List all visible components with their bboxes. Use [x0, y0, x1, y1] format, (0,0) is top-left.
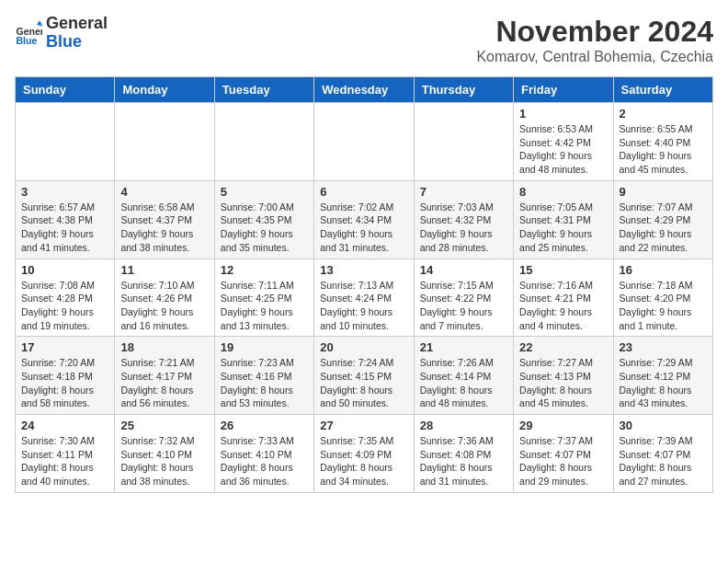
- calendar-cell: [414, 103, 513, 181]
- cell-info: Sunrise: 7:20 AM Sunset: 4:18 PM Dayligh…: [21, 356, 108, 410]
- day-number: 25: [120, 419, 208, 432]
- day-number: 15: [519, 263, 607, 277]
- day-number: 29: [519, 419, 607, 432]
- calendar-cell: 24Sunrise: 7:30 AM Sunset: 4:11 PM Dayli…: [16, 415, 115, 493]
- svg-text:Blue: Blue: [17, 35, 38, 46]
- cell-info: Sunrise: 7:21 AM Sunset: 4:17 PM Dayligh…: [120, 356, 208, 410]
- day-number: 24: [21, 419, 108, 432]
- day-number: 28: [420, 419, 507, 432]
- day-number: 2: [620, 107, 707, 121]
- day-number: 8: [519, 185, 607, 199]
- weekday-header-wednesday: Wednesday: [314, 77, 414, 103]
- day-number: 23: [620, 340, 707, 354]
- day-number: 10: [21, 263, 108, 277]
- calendar-cell: 19Sunrise: 7:23 AM Sunset: 4:16 PM Dayli…: [214, 337, 313, 415]
- calendar-body: 1Sunrise: 6:53 AM Sunset: 4:42 PM Daylig…: [16, 103, 713, 493]
- calendar-cell: [314, 103, 414, 181]
- weekday-header-thursday: Thursday: [414, 77, 513, 103]
- calendar-cell: 10Sunrise: 7:08 AM Sunset: 4:28 PM Dayli…: [16, 259, 115, 337]
- calendar-cell: 11Sunrise: 7:10 AM Sunset: 4:26 PM Dayli…: [115, 259, 214, 337]
- cell-info: Sunrise: 7:02 AM Sunset: 4:34 PM Dayligh…: [320, 201, 407, 255]
- calendar-cell: 7Sunrise: 7:03 AM Sunset: 4:32 PM Daylig…: [414, 180, 513, 259]
- location-title: Komarov, Central Bohemia, Czechia: [476, 49, 713, 65]
- calendar-week-row: 24Sunrise: 7:30 AM Sunset: 4:11 PM Dayli…: [16, 415, 713, 493]
- day-number: 26: [221, 419, 308, 432]
- day-number: 30: [620, 419, 707, 432]
- logo-icon: General Blue: [15, 19, 42, 47]
- calendar-cell: 30Sunrise: 7:39 AM Sunset: 4:07 PM Dayli…: [613, 415, 712, 493]
- logo-text: General Blue: [46, 15, 108, 52]
- calendar-header-row: SundayMondayTuesdayWednesdayThursdayFrid…: [16, 77, 713, 103]
- day-number: 17: [21, 340, 108, 354]
- cell-info: Sunrise: 7:18 AM Sunset: 4:20 PM Dayligh…: [620, 279, 707, 333]
- day-number: 12: [221, 263, 308, 277]
- calendar-week-row: 3Sunrise: 6:57 AM Sunset: 4:38 PM Daylig…: [16, 180, 713, 259]
- cell-info: Sunrise: 7:10 AM Sunset: 4:26 PM Dayligh…: [120, 279, 208, 333]
- day-number: 13: [320, 263, 407, 277]
- day-number: 27: [320, 419, 407, 432]
- logo: General Blue General Blue: [15, 15, 108, 52]
- cell-info: Sunrise: 7:07 AM Sunset: 4:29 PM Dayligh…: [620, 201, 707, 255]
- cell-info: Sunrise: 7:36 AM Sunset: 4:08 PM Dayligh…: [420, 434, 507, 488]
- cell-info: Sunrise: 6:57 AM Sunset: 4:38 PM Dayligh…: [21, 201, 108, 255]
- day-number: 20: [320, 340, 407, 354]
- calendar-cell: 25Sunrise: 7:32 AM Sunset: 4:10 PM Dayli…: [115, 415, 214, 493]
- calendar-cell: 4Sunrise: 6:58 AM Sunset: 4:37 PM Daylig…: [115, 180, 214, 259]
- weekday-header-saturday: Saturday: [613, 77, 712, 103]
- day-number: 16: [620, 263, 707, 277]
- calendar-cell: [214, 103, 313, 181]
- month-title: November 2024: [476, 15, 713, 49]
- cell-info: Sunrise: 6:58 AM Sunset: 4:37 PM Dayligh…: [120, 201, 208, 255]
- cell-info: Sunrise: 7:05 AM Sunset: 4:31 PM Dayligh…: [519, 201, 607, 255]
- cell-info: Sunrise: 6:53 AM Sunset: 4:42 PM Dayligh…: [519, 122, 607, 177]
- header: General Blue General Blue November 2024 …: [15, 15, 713, 65]
- calendar-cell: 15Sunrise: 7:16 AM Sunset: 4:21 PM Dayli…: [514, 259, 613, 337]
- cell-info: Sunrise: 7:16 AM Sunset: 4:21 PM Dayligh…: [519, 279, 607, 333]
- calendar-cell: 18Sunrise: 7:21 AM Sunset: 4:17 PM Dayli…: [115, 337, 214, 415]
- calendar-cell: 23Sunrise: 7:29 AM Sunset: 4:12 PM Dayli…: [613, 337, 712, 415]
- calendar-cell: 21Sunrise: 7:26 AM Sunset: 4:14 PM Dayli…: [414, 337, 513, 415]
- cell-info: Sunrise: 7:03 AM Sunset: 4:32 PM Dayligh…: [420, 201, 507, 255]
- cell-info: Sunrise: 7:32 AM Sunset: 4:10 PM Dayligh…: [120, 434, 208, 488]
- day-number: 14: [420, 263, 507, 277]
- calendar-cell: [115, 103, 214, 181]
- calendar-week-row: 10Sunrise: 7:08 AM Sunset: 4:28 PM Dayli…: [16, 259, 713, 337]
- calendar-cell: 14Sunrise: 7:15 AM Sunset: 4:22 PM Dayli…: [414, 259, 513, 337]
- cell-info: Sunrise: 7:27 AM Sunset: 4:13 PM Dayligh…: [519, 356, 607, 410]
- calendar-cell: 26Sunrise: 7:33 AM Sunset: 4:10 PM Dayli…: [214, 415, 313, 493]
- cell-info: Sunrise: 7:00 AM Sunset: 4:35 PM Dayligh…: [221, 201, 308, 255]
- calendar-cell: 28Sunrise: 7:36 AM Sunset: 4:08 PM Dayli…: [414, 415, 513, 493]
- day-number: 3: [21, 185, 108, 199]
- day-number: 19: [221, 340, 308, 354]
- day-number: 5: [221, 185, 308, 199]
- day-number: 21: [420, 340, 507, 354]
- weekday-header-monday: Monday: [115, 77, 214, 103]
- cell-info: Sunrise: 7:39 AM Sunset: 4:07 PM Dayligh…: [620, 434, 707, 488]
- calendar: SundayMondayTuesdayWednesdayThursdayFrid…: [15, 76, 713, 493]
- cell-info: Sunrise: 7:24 AM Sunset: 4:15 PM Dayligh…: [320, 356, 407, 410]
- calendar-cell: 29Sunrise: 7:37 AM Sunset: 4:07 PM Dayli…: [514, 415, 613, 493]
- day-number: 6: [320, 185, 407, 199]
- calendar-week-row: 1Sunrise: 6:53 AM Sunset: 4:42 PM Daylig…: [16, 103, 713, 181]
- calendar-cell: 6Sunrise: 7:02 AM Sunset: 4:34 PM Daylig…: [314, 180, 414, 259]
- weekday-header-sunday: Sunday: [16, 77, 115, 103]
- title-section: November 2024 Komarov, Central Bohemia, …: [476, 15, 713, 65]
- calendar-cell: 27Sunrise: 7:35 AM Sunset: 4:09 PM Dayli…: [314, 415, 414, 493]
- weekday-header-friday: Friday: [514, 77, 613, 103]
- calendar-cell: 5Sunrise: 7:00 AM Sunset: 4:35 PM Daylig…: [214, 180, 313, 259]
- weekday-header-tuesday: Tuesday: [214, 77, 313, 103]
- cell-info: Sunrise: 7:23 AM Sunset: 4:16 PM Dayligh…: [221, 356, 308, 410]
- calendar-cell: 16Sunrise: 7:18 AM Sunset: 4:20 PM Dayli…: [613, 259, 712, 337]
- cell-info: Sunrise: 7:35 AM Sunset: 4:09 PM Dayligh…: [320, 434, 407, 488]
- cell-info: Sunrise: 7:13 AM Sunset: 4:24 PM Dayligh…: [320, 279, 407, 333]
- cell-info: Sunrise: 7:29 AM Sunset: 4:12 PM Dayligh…: [620, 356, 707, 410]
- cell-info: Sunrise: 7:37 AM Sunset: 4:07 PM Dayligh…: [519, 434, 607, 488]
- day-number: 4: [120, 185, 208, 199]
- calendar-cell: 3Sunrise: 6:57 AM Sunset: 4:38 PM Daylig…: [16, 180, 115, 259]
- day-number: 11: [120, 263, 208, 277]
- cell-info: Sunrise: 6:55 AM Sunset: 4:40 PM Dayligh…: [620, 122, 707, 177]
- cell-info: Sunrise: 7:08 AM Sunset: 4:28 PM Dayligh…: [21, 279, 108, 333]
- day-number: 7: [420, 185, 507, 199]
- calendar-cell: 9Sunrise: 7:07 AM Sunset: 4:29 PM Daylig…: [613, 180, 712, 259]
- calendar-cell: [16, 103, 115, 181]
